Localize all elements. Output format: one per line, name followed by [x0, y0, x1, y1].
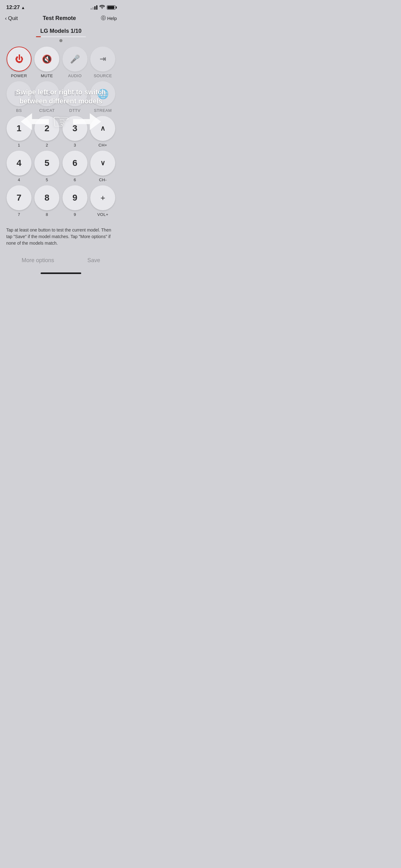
model-section: LG Models 1/10	[0, 25, 122, 44]
mute-button[interactable]: 🔇 MUTE	[34, 46, 59, 78]
vol-up-label: VOL+	[97, 212, 108, 217]
num-7-button[interactable]: 7 7	[6, 185, 32, 217]
num-2-button[interactable]: 2 2	[34, 116, 59, 148]
home-indicator	[0, 270, 122, 279]
audio-button[interactable]: 🎤 AUDIO	[63, 46, 88, 78]
bottom-action-buttons: More options Save	[0, 250, 122, 270]
ch-up-label: CH+	[98, 143, 107, 148]
model-progress-fill	[36, 36, 41, 37]
power-button[interactable]: ⏻ POWER	[6, 46, 32, 78]
stream-button[interactable]: 🌐 STREAM	[90, 81, 115, 113]
bs-button[interactable]: BS BS	[6, 81, 32, 113]
nav-bar: ‹ Quit Test Remote ⓪ Help	[0, 12, 122, 25]
num-9-label: 9	[74, 212, 76, 217]
num-6-label: 6	[74, 178, 76, 182]
source-button[interactable]: ⇥ SOURCE	[90, 46, 115, 78]
ch-down-button[interactable]: ∨ CH-	[90, 151, 115, 182]
power-label: POWER	[11, 73, 27, 78]
audio-label: AUDIO	[68, 73, 82, 78]
num-5-button[interactable]: 5 5	[34, 151, 59, 182]
model-dot-indicator	[59, 39, 63, 42]
vol-up-button[interactable]: + VOL+	[90, 185, 115, 217]
mute-icon: 🔇	[42, 54, 52, 64]
time-display: 12:27	[6, 4, 20, 11]
source-label: SOURCE	[94, 73, 112, 78]
source-icon: ⇥	[100, 55, 106, 63]
bs-label: BS	[16, 108, 22, 113]
model-title: LG Models 1/10	[0, 28, 122, 34]
model-progress-bar	[36, 36, 86, 37]
power-icon: ⏻	[15, 54, 23, 64]
num-7-label: 7	[18, 212, 20, 217]
num-8-label: 8	[45, 212, 48, 217]
mute-label: MUTE	[41, 73, 53, 78]
help-label: Help	[107, 16, 117, 21]
location-arrow-icon: ▲	[21, 5, 25, 10]
dttv-label: DTTV	[69, 108, 80, 113]
num-6-button[interactable]: 6 6	[63, 151, 88, 182]
num-5-label: 5	[45, 178, 48, 182]
num-4-button[interactable]: 4 4	[6, 151, 32, 182]
microphone-icon: 🎤	[70, 54, 80, 64]
cs-button[interactable]: CS CS/CAT	[34, 81, 59, 113]
num-9-button[interactable]: 9 9	[63, 185, 88, 217]
status-bar: 12:27 ▲	[0, 0, 122, 12]
button-row-2: BS BS CS CS/CAT DTTV DTTV 🌐 STREAM	[5, 81, 117, 113]
bottom-info-section: Tap at least one button to test the curr…	[0, 222, 122, 250]
page-title: Test Remote	[43, 15, 76, 22]
num-2-label: 2	[45, 143, 48, 148]
stream-label: STREAM	[94, 108, 112, 113]
button-row-4: 4 4 5 5 6 6 ∨ CH-	[5, 151, 117, 182]
quit-button[interactable]: ‹ Quit	[5, 15, 18, 22]
more-options-button[interactable]: More options	[12, 254, 63, 267]
save-button[interactable]: Save	[78, 254, 110, 267]
quit-label: Quit	[8, 15, 18, 22]
cs-label: CS/CAT	[39, 108, 55, 113]
bottom-info-text: Tap at least one button to test the curr…	[6, 227, 115, 247]
status-icons	[91, 5, 115, 10]
status-time: 12:27 ▲	[6, 4, 25, 11]
num-3-label: 3	[74, 143, 76, 148]
signal-icon	[91, 5, 97, 10]
home-bar	[41, 273, 81, 274]
battery-icon	[107, 5, 115, 10]
help-button[interactable]: ⓪ Help	[101, 15, 117, 22]
chevron-left-icon: ‹	[5, 15, 7, 22]
dttv-button[interactable]: DTTV DTTV	[63, 81, 88, 113]
ch-down-label: CH-	[99, 178, 107, 182]
button-row-1: ⏻ POWER 🔇 MUTE 🎤 AUDIO ⇥ SOURCE	[5, 46, 117, 78]
button-row-3: 1 1 2 2 3 3 ∧ CH+	[5, 116, 117, 148]
help-circle-icon: ⓪	[101, 15, 106, 22]
button-row-5: 7 7 8 8 9 9 + VOL+	[5, 185, 117, 217]
wifi-icon	[99, 5, 105, 10]
num-8-button[interactable]: 8 8	[34, 185, 59, 217]
num-1-button[interactable]: 1 1	[6, 116, 32, 148]
remote-container: ⏻ POWER 🔇 MUTE 🎤 AUDIO ⇥ SOURCE BS BS	[0, 44, 122, 222]
num-1-label: 1	[18, 143, 20, 148]
num-4-label: 4	[18, 178, 20, 182]
ch-up-button[interactable]: ∧ CH+	[90, 116, 115, 148]
num-3-button[interactable]: 3 3	[63, 116, 88, 148]
